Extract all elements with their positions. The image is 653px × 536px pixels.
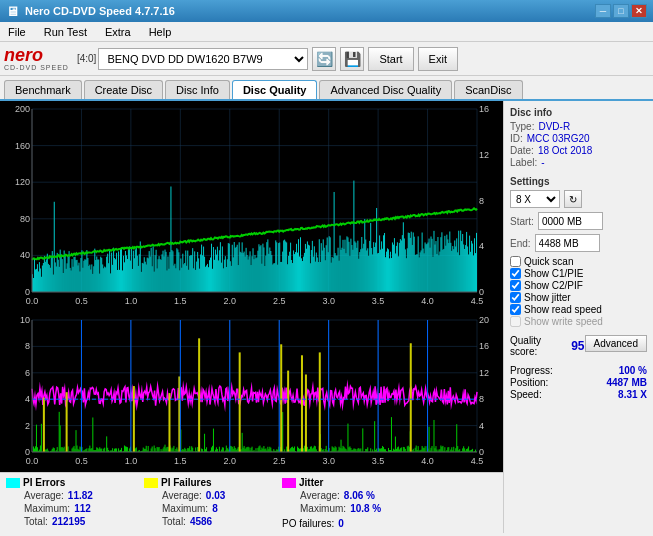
disc-type-label: Type:: [510, 121, 534, 132]
quick-scan-row: Quick scan: [510, 256, 647, 267]
show-jitter-checkbox[interactable]: [510, 292, 521, 303]
progress-value: 100 %: [619, 365, 647, 376]
quality-score-row: Quality score: 95: [510, 335, 585, 357]
pi-errors-max-row: Maximum: 112: [6, 503, 136, 514]
show-write-speed-row: Show write speed: [510, 316, 647, 327]
disc-date-value: 18 Oct 2018: [538, 145, 592, 156]
show-c2-pif-row: Show C2/PIF: [510, 280, 647, 291]
pi-errors-avg-row: Average: 11.82: [6, 490, 136, 501]
settings-title: Settings: [510, 176, 647, 187]
advanced-button[interactable]: Advanced: [585, 335, 647, 352]
legend-jitter: Jitter Average: 8.06 % Maximum: 10.8 % P…: [282, 477, 412, 529]
tab-disc-quality[interactable]: Disc Quality: [232, 80, 318, 99]
quick-scan-label: Quick scan: [524, 256, 573, 267]
jitter-color: [282, 478, 296, 488]
jitter-max-row: Maximum: 10.8 %: [282, 503, 412, 514]
quality-score-value: 95: [571, 339, 584, 353]
tab-bar: Benchmark Create Disc Disc Info Disc Qua…: [0, 76, 653, 101]
pi-errors-total-row: Total: 212195: [6, 516, 136, 527]
jitter-max-value: 10.8 %: [350, 503, 381, 514]
po-failures-value: 0: [338, 518, 344, 529]
quality-score-label: Quality score:: [510, 335, 567, 357]
po-failures-row: PO failures: 0: [282, 518, 412, 529]
pi-failures-max-label: Maximum:: [162, 503, 208, 514]
disc-type-row: Type: DVD-R: [510, 121, 647, 132]
speed-label-progress: Speed:: [510, 389, 542, 400]
exit-button[interactable]: Exit: [418, 47, 458, 71]
jitter-avg-value: 8.06 %: [344, 490, 375, 501]
end-label: End:: [510, 238, 531, 249]
toolbar: nero CD-DVD SPEED [4:0] BENQ DVD DD DW16…: [0, 42, 653, 76]
pi-failures-total-row: Total: 4586: [144, 516, 274, 527]
main-content: PI Errors Average: 11.82 Maximum: 112 To…: [0, 101, 653, 533]
pi-errors-color: [6, 478, 20, 488]
pi-errors-max-label: Maximum:: [24, 503, 70, 514]
title-bar: 🖥 Nero CD-DVD Speed 4.7.7.16 ─ □ ✕: [0, 0, 653, 22]
pi-errors-label: PI Errors: [23, 477, 65, 488]
show-read-speed-label: Show read speed: [524, 304, 602, 315]
save-icon-button[interactable]: 💾: [340, 47, 364, 71]
nero-logo: nero: [4, 46, 65, 64]
disc-id-value: MCC 03RG20: [527, 133, 590, 144]
position-row: Position: 4487 MB: [510, 377, 647, 388]
tab-create-disc[interactable]: Create Disc: [84, 80, 163, 99]
show-c1-pie-label: Show C1/PIE: [524, 268, 583, 279]
disc-id-row: ID: MCC 03RG20: [510, 133, 647, 144]
drive-dropdown[interactable]: BENQ DVD DD DW1620 B7W9: [98, 48, 308, 70]
quick-scan-checkbox[interactable]: [510, 256, 521, 267]
tab-scan-disc[interactable]: ScanDisc: [454, 80, 522, 99]
tab-benchmark[interactable]: Benchmark: [4, 80, 82, 99]
speed-select[interactable]: 8 X: [510, 190, 560, 208]
refresh-icon-button[interactable]: 🔄: [312, 47, 336, 71]
show-c1-pie-row: Show C1/PIE: [510, 268, 647, 279]
tab-advanced-disc-quality[interactable]: Advanced Disc Quality: [319, 80, 452, 99]
start-button[interactable]: Start: [368, 47, 413, 71]
disc-type-value: DVD-R: [538, 121, 570, 132]
tab-disc-info[interactable]: Disc Info: [165, 80, 230, 99]
pi-failures-avg-row: Average: 0.03: [144, 490, 274, 501]
show-write-speed-checkbox[interactable]: [510, 316, 521, 327]
app-title: Nero CD-DVD Speed 4.7.7.16: [25, 5, 175, 17]
po-failures-label: PO failures:: [282, 518, 334, 529]
bottom-chart-canvas: [0, 312, 503, 472]
pi-errors-avg-value: 11.82: [68, 490, 93, 501]
progress-row: Progress: 100 %: [510, 365, 647, 376]
start-input[interactable]: [538, 212, 603, 230]
progress-section: Progress: 100 % Position: 4487 MB Speed:…: [510, 365, 647, 400]
minimize-button[interactable]: ─: [595, 4, 611, 18]
chart-container: PI Errors Average: 11.82 Maximum: 112 To…: [0, 101, 503, 533]
disc-date-label: Date:: [510, 145, 534, 156]
sidebar: Disc info Type: DVD-R ID: MCC 03RG20 Dat…: [503, 101, 653, 533]
legend-pi-failures-header: PI Failures: [144, 477, 274, 488]
show-c2-pif-checkbox[interactable]: [510, 280, 521, 291]
menu-run-test[interactable]: Run Test: [40, 26, 91, 38]
pi-errors-max-value: 112: [74, 503, 91, 514]
top-chart: [0, 101, 503, 312]
menu-extra[interactable]: Extra: [101, 26, 135, 38]
end-input[interactable]: [535, 234, 600, 252]
position-label: Position:: [510, 377, 548, 388]
show-c1-pie-checkbox[interactable]: [510, 268, 521, 279]
legend-pi-errors: PI Errors Average: 11.82 Maximum: 112 To…: [6, 477, 136, 527]
legend-pi-errors-header: PI Errors: [6, 477, 136, 488]
pi-failures-avg-value: 0.03: [206, 490, 225, 501]
app-icon: 🖥: [6, 4, 19, 19]
disc-label-label: Label:: [510, 157, 537, 168]
show-jitter-row: Show jitter: [510, 292, 647, 303]
show-read-speed-checkbox[interactable]: [510, 304, 521, 315]
jitter-max-label: Maximum:: [300, 503, 346, 514]
menu-file[interactable]: File: [4, 26, 30, 38]
menu-help[interactable]: Help: [145, 26, 176, 38]
pi-errors-total-value: 212195: [52, 516, 85, 527]
speed-refresh-icon[interactable]: ↻: [564, 190, 582, 208]
pi-failures-total-label: Total:: [162, 516, 186, 527]
settings-section: Settings 8 X ↻ Start: End: Quick scan: [510, 176, 647, 327]
nero-logo-area: nero CD-DVD SPEED: [4, 46, 69, 72]
end-mb-row: End:: [510, 234, 647, 252]
menu-bar: File Run Test Extra Help: [0, 22, 653, 42]
show-write-speed-label: Show write speed: [524, 316, 603, 327]
close-button[interactable]: ✕: [631, 4, 647, 18]
pi-failures-color: [144, 478, 158, 488]
disc-label-value: -: [541, 157, 544, 168]
maximize-button[interactable]: □: [613, 4, 629, 18]
